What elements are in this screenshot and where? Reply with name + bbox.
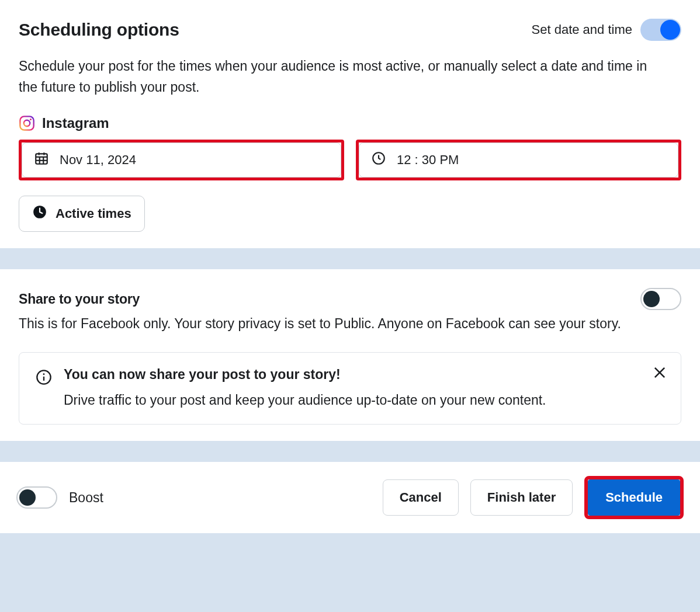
story-title: Share to your story	[19, 291, 140, 307]
info-content: You can now share your post to your stor…	[64, 367, 664, 410]
info-desc: Drive traffic to your post and keep your…	[64, 391, 664, 410]
story-info-box: You can now share your post to your stor…	[19, 352, 681, 425]
instagram-icon	[19, 115, 35, 131]
datetime-row: Nov 11, 2024 12 : 30 PM	[19, 140, 681, 180]
set-datetime-toggle[interactable]	[640, 19, 681, 41]
svg-point-14	[43, 373, 45, 375]
set-datetime-label: Set date and time	[532, 22, 632, 37]
toggle-knob	[660, 20, 680, 40]
scheduling-header: Scheduling options Set date and time	[19, 19, 681, 41]
story-header: Share to your story	[19, 288, 681, 310]
toggle-knob	[19, 489, 36, 506]
date-value: Nov 11, 2024	[60, 152, 136, 168]
scheduling-title: Scheduling options	[19, 20, 179, 40]
date-input[interactable]: Nov 11, 2024	[22, 142, 341, 178]
schedule-button-highlight: Schedule	[584, 476, 684, 519]
boost-area: Boost	[16, 486, 103, 509]
finish-later-button[interactable]: Finish later	[470, 479, 573, 516]
time-input[interactable]: 12 : 30 PM	[359, 142, 678, 178]
platform-label: Instagram	[42, 115, 109, 131]
info-title: You can now share your post to your stor…	[64, 367, 664, 382]
date-field-highlight: Nov 11, 2024	[19, 140, 344, 180]
close-info-button[interactable]	[652, 364, 668, 381]
boost-label: Boost	[69, 490, 103, 506]
time-field-highlight: 12 : 30 PM	[356, 140, 681, 180]
active-times-label: Active times	[56, 206, 131, 221]
info-icon	[36, 369, 52, 387]
toggle-knob	[643, 291, 660, 307]
scheduling-options-section: Scheduling options Set date and time Sch…	[0, 0, 700, 248]
svg-point-1	[24, 120, 30, 127]
share-story-toggle[interactable]	[640, 288, 681, 310]
scheduling-description: Schedule your post for the times when yo…	[19, 56, 661, 98]
time-value: 12 : 30 PM	[397, 152, 459, 168]
platform-row: Instagram	[19, 115, 681, 131]
schedule-button[interactable]: Schedule	[588, 479, 680, 516]
svg-rect-3	[36, 154, 47, 164]
set-datetime-toggle-row: Set date and time	[532, 19, 681, 41]
clock-icon	[371, 151, 386, 169]
bottom-bar: Boost Cancel Finish later Schedule	[0, 462, 700, 533]
clock-solid-icon	[32, 204, 47, 223]
share-story-section: Share to your story This is for Facebook…	[0, 269, 700, 441]
svg-rect-0	[20, 117, 33, 130]
svg-point-2	[30, 119, 32, 120]
active-times-button[interactable]: Active times	[19, 196, 145, 232]
story-description: This is for Facebook only. Your story pr…	[19, 314, 661, 335]
cancel-button[interactable]: Cancel	[383, 479, 459, 516]
boost-toggle[interactable]	[16, 486, 57, 509]
calendar-icon	[34, 151, 49, 169]
